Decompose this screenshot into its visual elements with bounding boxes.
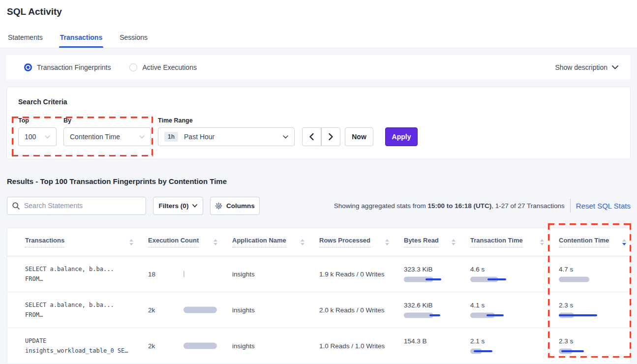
apply-button[interactable]: Apply	[385, 127, 418, 146]
by-select-value: Contention Time	[70, 133, 120, 141]
application-name-cell: insights	[232, 328, 319, 364]
column-header-label[interactable]: Transactions	[25, 237, 64, 247]
application-name-cell: insights	[232, 256, 319, 292]
execution-count-cell: 2k	[148, 292, 232, 328]
sort-icon[interactable]	[213, 239, 217, 245]
column-header-bytes-read: Bytes Read	[404, 228, 470, 256]
search-criteria-heading: Search Criteria	[18, 98, 67, 106]
top-label: Top	[18, 117, 57, 124]
rows-processed-cell: 1.0 Reads / 1.0 Writes	[319, 328, 404, 364]
sort-icon[interactable]	[540, 239, 544, 245]
time-range-select[interactable]: 1h Past Hour	[158, 127, 295, 146]
transaction-time-bar	[470, 348, 529, 354]
transactions-table: Transactions Execution Count Application…	[7, 228, 631, 364]
aggregated-stats-text: Showing aggregated stats from 15:00 to 1…	[334, 202, 565, 210]
rows-processed-cell: 1.9 k Reads / 0 Writes	[319, 256, 404, 292]
tab-transactions[interactable]: Transactions	[59, 33, 103, 48]
column-header-transaction-time: Transaction Time	[470, 228, 559, 256]
bytes-read-cell: 332.6 KiB	[404, 292, 470, 328]
top-select[interactable]: 100	[18, 127, 57, 146]
chevron-down-icon	[139, 135, 145, 139]
tab-bar: Statements Transactions Sessions	[7, 33, 149, 48]
time-nav-group	[302, 127, 340, 146]
transaction-time-bar	[470, 312, 529, 318]
column-header-label[interactable]: Rows Processed	[319, 237, 370, 247]
sort-icon[interactable]	[301, 239, 304, 245]
chevron-right-icon	[329, 133, 333, 140]
next-time-button[interactable]	[321, 127, 340, 146]
page-header: SQL Activity Statements Transactions Ses…	[0, 0, 637, 48]
transaction-time-bar	[470, 276, 529, 282]
now-button[interactable]: Now	[345, 127, 373, 146]
contention-time-cell: 2.3 s	[559, 328, 631, 364]
chevron-down-icon	[612, 65, 618, 69]
time-range-value: Past Hour	[184, 133, 214, 141]
radio-selected-icon[interactable]	[24, 63, 32, 71]
column-header-execution-count: Execution Count	[148, 228, 232, 256]
contention-time-cell: 2.3 s	[559, 292, 631, 328]
reset-sql-stats-link[interactable]: Reset SQL Stats	[576, 202, 631, 210]
columns-button[interactable]: Columns	[210, 197, 260, 215]
tab-statements[interactable]: Statements	[7, 33, 44, 48]
top-field: Top 100	[18, 117, 57, 146]
results-heading: Results - Top 100 Transaction Fingerprin…	[7, 177, 227, 185]
transaction-query-link[interactable]: SELECT a.balance, b.ba... FROM…	[7, 256, 148, 292]
bytes-read-bar	[404, 276, 463, 282]
radio-label: Active Executions	[142, 63, 197, 71]
execution-count-cell: 18	[148, 256, 232, 292]
top-select-value: 100	[25, 133, 36, 141]
search-criteria-card: Search Criteria Top 100 By Contention Ti…	[6, 87, 631, 159]
chevron-left-icon	[309, 133, 314, 140]
contention-time-bar	[559, 312, 618, 318]
radio-label: Transaction Fingerprints	[37, 63, 111, 71]
column-header-rows-processed: Rows Processed	[319, 228, 404, 256]
search-icon	[12, 202, 20, 210]
column-header-contention-time: Contention Time	[559, 228, 631, 256]
radio-unselected-icon[interactable]	[129, 63, 137, 71]
bytes-read-bar	[404, 312, 463, 318]
sort-icon[interactable]	[385, 239, 389, 245]
column-header-label[interactable]: Execution Count	[148, 237, 199, 247]
time-range-field: Time Range 1h Past Hour	[158, 117, 295, 146]
radio-transaction-fingerprints[interactable]: Transaction Fingerprints	[24, 63, 111, 71]
sort-icon-active-desc[interactable]	[622, 239, 626, 245]
column-header-label[interactable]: Application Name	[232, 237, 286, 247]
table-row[interactable]: UPDATE insights_workload_table_0 SE… 2k …	[7, 328, 630, 364]
show-description-label: Show description	[555, 63, 607, 71]
time-range-label: Time Range	[158, 117, 295, 124]
contention-time-cell: 4.7 s	[559, 256, 631, 292]
gear-icon	[215, 202, 222, 210]
rows-processed-cell: 2.0 k Reads / 0 Writes	[319, 292, 404, 328]
column-header-application-name: Application Name	[232, 228, 319, 256]
columns-label: Columns	[226, 202, 255, 210]
by-label: By	[63, 117, 151, 124]
table-row[interactable]: SELECT a.balance, b.ba... FROM… 18 insig…	[7, 256, 630, 292]
column-header-label[interactable]: Contention Time	[559, 237, 609, 247]
vertical-divider	[570, 199, 571, 212]
sort-icon[interactable]	[452, 239, 455, 245]
view-toggle-band: Transaction Fingerprints Active Executio…	[6, 55, 631, 80]
column-header-label[interactable]: Bytes Read	[404, 237, 439, 247]
prev-time-button[interactable]	[302, 127, 321, 146]
transaction-time-cell: 4.1 s	[470, 292, 559, 328]
sort-icon[interactable]	[129, 239, 133, 245]
sql-activity-page: SQL Activity Statements Transactions Ses…	[0, 0, 637, 364]
transaction-query-link[interactable]: UPDATE insights_workload_table_0 SE…	[7, 328, 148, 364]
table-row[interactable]: SELECT a.balance, b.ba... FROM… 2k insig…	[7, 292, 630, 328]
execution-count-bar	[183, 307, 217, 313]
application-name-cell: insights	[232, 292, 319, 328]
filters-label: Filters (0)	[159, 202, 189, 210]
tab-sessions[interactable]: Sessions	[119, 33, 149, 48]
stats-group: Showing aggregated stats from 15:00 to 1…	[334, 199, 631, 212]
search-statements-input[interactable]	[24, 202, 141, 210]
bytes-read-bar	[404, 348, 463, 354]
by-select[interactable]: Contention Time	[63, 127, 151, 146]
filters-button[interactable]: Filters (0)	[153, 197, 203, 215]
show-description-toggle[interactable]: Show description	[555, 63, 618, 71]
transaction-query-link[interactable]: SELECT a.balance, b.ba... FROM…	[7, 292, 148, 328]
radio-active-executions[interactable]: Active Executions	[129, 63, 197, 71]
transaction-time-cell: 4.6 s	[470, 256, 559, 292]
column-header-label[interactable]: Transaction Time	[470, 237, 523, 247]
column-header-transactions: Transactions	[7, 228, 148, 256]
page-title: SQL Activity	[7, 6, 62, 17]
